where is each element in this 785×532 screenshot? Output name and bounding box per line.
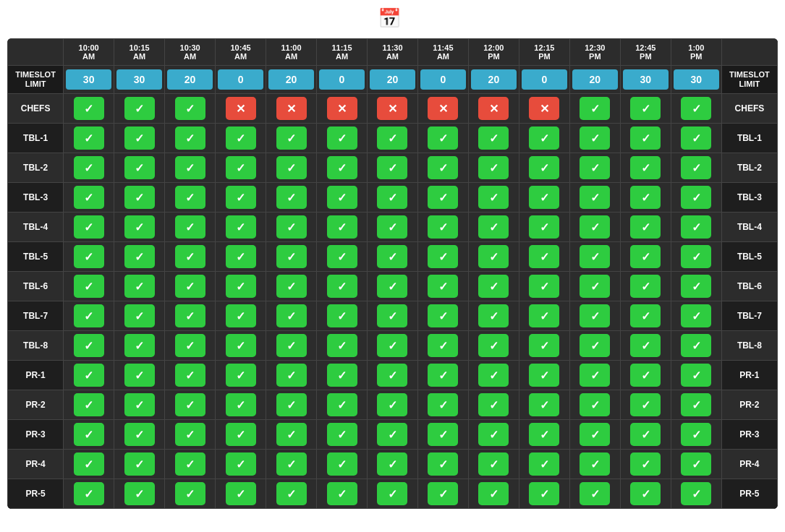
cell-PR-1-4[interactable]: ✓ xyxy=(266,361,317,390)
cell-TBL-7-11[interactable]: ✓ xyxy=(620,301,671,331)
cell-TBL-3-6[interactable]: ✓ xyxy=(367,183,417,213)
cell-TBL-4-6[interactable]: ✓ xyxy=(367,213,417,242)
cell-TBL-5-5[interactable]: ✓ xyxy=(317,242,368,272)
cell-TBL-2-0[interactable]: ✓ xyxy=(64,153,114,183)
cell-TBL-1-2[interactable]: ✓ xyxy=(165,124,216,153)
cell-PR-2-4[interactable]: ✓ xyxy=(266,390,317,420)
cell-CHEFS-5[interactable]: ✕ xyxy=(317,94,368,124)
timeslot-limit-cell-9[interactable]: 0 xyxy=(519,66,569,94)
cell-TBL-8-5[interactable]: ✓ xyxy=(317,331,368,361)
cell-TBL-7-5[interactable]: ✓ xyxy=(317,301,368,331)
cell-TBL-3-10[interactable]: ✓ xyxy=(569,183,620,213)
cell-PR-5-7[interactable]: ✓ xyxy=(417,479,468,509)
cell-TBL-2-7[interactable]: ✓ xyxy=(417,153,468,183)
cell-PR-2-3[interactable]: ✓ xyxy=(216,390,266,420)
cell-TBL-4-7[interactable]: ✓ xyxy=(417,213,468,242)
cell-TBL-2-9[interactable]: ✓ xyxy=(519,153,569,183)
timeslot-limit-cell-12[interactable]: 30 xyxy=(671,66,721,94)
cell-PR-4-1[interactable]: ✓ xyxy=(114,450,165,479)
cell-PR-2-7[interactable]: ✓ xyxy=(417,390,468,420)
cell-PR-4-11[interactable]: ✓ xyxy=(620,450,671,479)
cell-TBL-8-1[interactable]: ✓ xyxy=(114,331,165,361)
cell-TBL-5-1[interactable]: ✓ xyxy=(114,242,165,272)
cell-TBL-4-4[interactable]: ✓ xyxy=(266,213,317,242)
cell-TBL-5-2[interactable]: ✓ xyxy=(165,242,216,272)
cell-TBL-4-12[interactable]: ✓ xyxy=(671,213,721,242)
cell-TBL-2-2[interactable]: ✓ xyxy=(165,153,216,183)
cell-CHEFS-8[interactable]: ✕ xyxy=(468,94,519,124)
cell-TBL-1-7[interactable]: ✓ xyxy=(417,124,468,153)
cell-TBL-3-1[interactable]: ✓ xyxy=(114,183,165,213)
cell-TBL-7-12[interactable]: ✓ xyxy=(671,301,721,331)
cell-PR-4-0[interactable]: ✓ xyxy=(64,450,114,479)
cell-PR-3-10[interactable]: ✓ xyxy=(569,420,620,450)
cell-PR-2-5[interactable]: ✓ xyxy=(317,390,368,420)
cell-PR-2-1[interactable]: ✓ xyxy=(114,390,165,420)
timeslot-limit-cell-11[interactable]: 30 xyxy=(620,66,671,94)
cell-TBL-1-9[interactable]: ✓ xyxy=(519,124,569,153)
cell-PR-4-5[interactable]: ✓ xyxy=(317,450,368,479)
cell-TBL-7-0[interactable]: ✓ xyxy=(64,301,114,331)
cell-TBL-3-3[interactable]: ✓ xyxy=(216,183,266,213)
cell-TBL-8-3[interactable]: ✓ xyxy=(216,331,266,361)
cell-TBL-4-9[interactable]: ✓ xyxy=(519,213,569,242)
cell-TBL-3-4[interactable]: ✓ xyxy=(266,183,317,213)
cell-CHEFS-12[interactable]: ✓ xyxy=(671,94,721,124)
timeslot-limit-cell-1[interactable]: 30 xyxy=(114,66,165,94)
cell-TBL-1-5[interactable]: ✓ xyxy=(317,124,368,153)
cell-TBL-3-9[interactable]: ✓ xyxy=(519,183,569,213)
cell-TBL-6-3[interactable]: ✓ xyxy=(216,272,266,301)
cell-PR-3-12[interactable]: ✓ xyxy=(671,420,721,450)
cell-PR-5-5[interactable]: ✓ xyxy=(317,479,368,509)
cell-PR-1-0[interactable]: ✓ xyxy=(64,361,114,390)
cell-PR-4-10[interactable]: ✓ xyxy=(569,450,620,479)
cell-TBL-4-11[interactable]: ✓ xyxy=(620,213,671,242)
cell-CHEFS-9[interactable]: ✕ xyxy=(519,94,569,124)
cell-TBL-4-10[interactable]: ✓ xyxy=(569,213,620,242)
cell-TBL-4-0[interactable]: ✓ xyxy=(64,213,114,242)
timeslot-limit-cell-6[interactable]: 20 xyxy=(367,66,417,94)
cell-PR-5-6[interactable]: ✓ xyxy=(367,479,417,509)
timeslot-limit-cell-4[interactable]: 20 xyxy=(266,66,317,94)
cell-PR-3-6[interactable]: ✓ xyxy=(367,420,417,450)
cell-TBL-8-12[interactable]: ✓ xyxy=(671,331,721,361)
cell-TBL-7-3[interactable]: ✓ xyxy=(216,301,266,331)
cell-TBL-2-10[interactable]: ✓ xyxy=(569,153,620,183)
cell-TBL-1-8[interactable]: ✓ xyxy=(468,124,519,153)
cell-PR-4-3[interactable]: ✓ xyxy=(216,450,266,479)
cell-PR-3-4[interactable]: ✓ xyxy=(266,420,317,450)
cell-PR-3-2[interactable]: ✓ xyxy=(165,420,216,450)
cell-PR-1-9[interactable]: ✓ xyxy=(519,361,569,390)
cell-TBL-2-5[interactable]: ✓ xyxy=(317,153,368,183)
cell-TBL-6-9[interactable]: ✓ xyxy=(519,272,569,301)
cell-PR-2-6[interactable]: ✓ xyxy=(367,390,417,420)
cell-TBL-6-1[interactable]: ✓ xyxy=(114,272,165,301)
cell-TBL-7-8[interactable]: ✓ xyxy=(468,301,519,331)
cell-CHEFS-3[interactable]: ✕ xyxy=(216,94,266,124)
cell-TBL-5-11[interactable]: ✓ xyxy=(620,242,671,272)
cell-TBL-1-1[interactable]: ✓ xyxy=(114,124,165,153)
cell-PR-4-7[interactable]: ✓ xyxy=(417,450,468,479)
cell-CHEFS-4[interactable]: ✕ xyxy=(266,94,317,124)
cell-PR-5-10[interactable]: ✓ xyxy=(569,479,620,509)
cell-PR-5-1[interactable]: ✓ xyxy=(114,479,165,509)
cell-TBL-4-3[interactable]: ✓ xyxy=(216,213,266,242)
cell-TBL-6-11[interactable]: ✓ xyxy=(620,272,671,301)
cell-PR-1-3[interactable]: ✓ xyxy=(216,361,266,390)
cell-TBL-2-11[interactable]: ✓ xyxy=(620,153,671,183)
cell-TBL-8-10[interactable]: ✓ xyxy=(569,331,620,361)
cell-PR-1-6[interactable]: ✓ xyxy=(367,361,417,390)
cell-TBL-7-7[interactable]: ✓ xyxy=(417,301,468,331)
cell-TBL-1-11[interactable]: ✓ xyxy=(620,124,671,153)
cell-TBL-8-0[interactable]: ✓ xyxy=(64,331,114,361)
cell-TBL-3-2[interactable]: ✓ xyxy=(165,183,216,213)
cell-PR-3-8[interactable]: ✓ xyxy=(468,420,519,450)
cell-PR-2-11[interactable]: ✓ xyxy=(620,390,671,420)
cell-PR-5-2[interactable]: ✓ xyxy=(165,479,216,509)
cell-PR-2-12[interactable]: ✓ xyxy=(671,390,721,420)
cell-TBL-6-5[interactable]: ✓ xyxy=(317,272,368,301)
cell-PR-3-3[interactable]: ✓ xyxy=(216,420,266,450)
cell-PR-5-12[interactable]: ✓ xyxy=(671,479,721,509)
cell-PR-4-6[interactable]: ✓ xyxy=(367,450,417,479)
cell-TBL-8-6[interactable]: ✓ xyxy=(367,331,417,361)
